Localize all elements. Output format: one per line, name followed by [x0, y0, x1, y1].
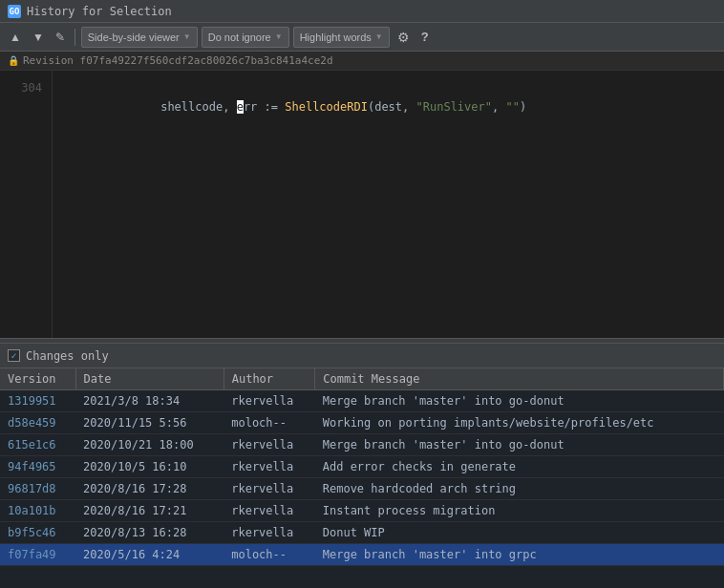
table-row[interactable]: d58e4592020/11/15 5:56moloch--Working on… [0, 412, 724, 434]
chevron-down-icon-2: ▼ [275, 32, 283, 41]
toolbar: ▲ ▼ ✎ Side-by-side viewer ▼ Do not ignor… [0, 23, 724, 52]
cell-date: 2020/5/16 4:24 [75, 544, 224, 566]
title-bar: GO History for Selection [0, 0, 724, 23]
ignore-dropdown[interactable]: Do not ignore ▼ [202, 27, 289, 48]
cell-author: rkervella [224, 500, 315, 522]
app-icon: GO [8, 5, 21, 18]
cell-version: d58e459 [0, 412, 75, 434]
cell-date: 2021/3/8 18:34 [75, 390, 224, 412]
highlight-label: Highlight words [300, 32, 372, 43]
cell-message: Merge branch 'master' into go-donut [315, 434, 724, 456]
cursor: e [237, 100, 244, 114]
changes-only-checkbox[interactable]: ✓ [8, 349, 20, 362]
chevron-down-icon: ▼ [183, 32, 191, 41]
col-author: Author [224, 368, 315, 390]
cell-date: 2020/10/21 18:00 [75, 434, 224, 456]
table-header: Version Date Author Commit Message [0, 368, 724, 390]
cell-message: Working on porting implants/website/prof… [315, 412, 724, 434]
cell-date: 2020/8/16 17:21 [75, 500, 224, 522]
cell-message: Add error checks in generate [315, 456, 724, 478]
cell-version: 10a101b [0, 500, 75, 522]
cell-date: 2020/8/16 17:28 [75, 478, 224, 500]
nav-up-button[interactable]: ▲ [6, 27, 25, 48]
cell-message: Merge branch 'master' into grpc [315, 544, 724, 566]
cell-author: rkervella [224, 478, 315, 500]
gear-icon: ⚙ [397, 30, 410, 45]
nav-up-icon: ▲ [10, 31, 21, 44]
checkmark-icon: ✓ [11, 350, 16, 361]
code-content: shellcode, err := ShellcodeRDI(dest, "Ru… [53, 71, 724, 338]
ignore-label: Do not ignore [208, 32, 271, 43]
cell-date: 2020/11/15 5:56 [75, 412, 224, 434]
cell-author: rkervella [224, 456, 315, 478]
table-row[interactable]: b9f5c462020/8/13 16:28rkervellaDonut WIP [0, 522, 724, 544]
cell-author: rkervella [224, 522, 315, 544]
code-line-304: shellcode, err := ShellcodeRDI(dest, "Ru… [64, 78, 713, 97]
cell-version: 615e1c6 [0, 434, 75, 456]
viewer-label: Side-by-side viewer [88, 32, 180, 43]
col-message: Commit Message [315, 368, 724, 390]
viewer-dropdown[interactable]: Side-by-side viewer ▼ [81, 27, 198, 48]
cell-message: Instant process migration [315, 500, 724, 522]
history-table: Version Date Author Commit Message 13199… [0, 368, 724, 566]
line-number-304: 304 [0, 78, 52, 97]
cell-version: 96817d8 [0, 478, 75, 500]
changes-bar: ✓ Changes only [0, 344, 724, 368]
cell-date: 2020/8/13 16:28 [75, 522, 224, 544]
col-date: Date [75, 368, 224, 390]
cell-version: 94f4965 [0, 456, 75, 478]
cell-version: 1319951 [0, 390, 75, 412]
code-area: 304 shellcode, err := ShellcodeRDI(dest,… [0, 71, 724, 338]
cell-message: Donut WIP [315, 522, 724, 544]
table-body: 13199512021/3/8 18:34rkervellaMerge bran… [0, 390, 724, 566]
cell-author: rkervella [224, 434, 315, 456]
cell-message: Merge branch 'master' into go-donut [315, 390, 724, 412]
table-row[interactable]: 615e1c62020/10/21 18:00rkervellaMerge br… [0, 434, 724, 456]
cell-date: 2020/10/5 16:10 [75, 456, 224, 478]
toolbar-sep-1 [75, 29, 75, 46]
lock-icon: 🔒 [8, 55, 19, 66]
cell-author: moloch-- [224, 544, 315, 566]
cell-author: rkervella [224, 390, 315, 412]
history-table-container: Version Date Author Commit Message 13199… [0, 368, 724, 566]
cell-version: b9f5c46 [0, 522, 75, 544]
nav-down-icon: ▼ [32, 31, 44, 44]
table-row[interactable]: 94f49652020/10/5 16:10rkervellaAdd error… [0, 456, 724, 478]
table-row[interactable]: 10a101b2020/8/16 17:21rkervellaInstant p… [0, 500, 724, 522]
col-version: Version [0, 368, 75, 390]
table-row[interactable]: 13199512021/3/8 18:34rkervellaMerge bran… [0, 390, 724, 412]
cell-message: Remove hardcoded arch string [315, 478, 724, 500]
line-numbers: 304 [0, 71, 53, 338]
revision-bar: 🔒 Revision f07fa49227f560cdf2ac80026c7ba… [0, 52, 724, 71]
revision-text: Revision f07fa49227f560cdf2ac80026c7ba3c… [23, 54, 333, 67]
cell-version: f07fa49 [0, 544, 75, 566]
chevron-down-icon-3: ▼ [375, 32, 383, 41]
highlight-dropdown[interactable]: Highlight words ▼ [293, 27, 390, 48]
table-row[interactable]: f07fa492020/5/16 4:24moloch--Merge branc… [0, 544, 724, 566]
changes-only-label: Changes only [26, 349, 109, 363]
table-header-row: Version Date Author Commit Message [0, 368, 724, 390]
cell-author: moloch-- [224, 412, 315, 434]
settings-button[interactable]: ⚙ [394, 27, 414, 48]
help-icon: ? [421, 30, 429, 44]
title-bar-title: History for Selection [27, 5, 172, 18]
nav-down-button[interactable]: ▼ [29, 27, 48, 48]
table-row[interactable]: 96817d82020/8/16 17:28rkervellaRemove ha… [0, 478, 724, 500]
nav-edit-button[interactable]: ✎ [52, 27, 69, 48]
help-button[interactable]: ? [417, 27, 433, 48]
edit-icon: ✎ [55, 31, 65, 44]
